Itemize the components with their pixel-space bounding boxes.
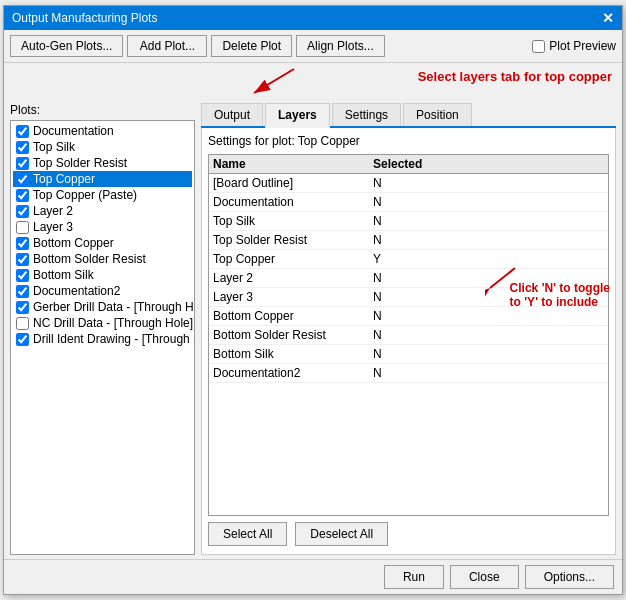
layers-table-row[interactable]: Layer 2N — [209, 269, 608, 288]
title-bar: Output Manufacturing Plots ✕ — [4, 6, 622, 30]
plots-list-item-label: Layer 2 — [33, 204, 73, 218]
plots-list-item[interactable]: Documentation2 — [13, 283, 192, 299]
plots-list-item-label: Documentation2 — [33, 284, 120, 298]
plots-list-item[interactable]: Bottom Silk — [13, 267, 192, 283]
plots-list-checkbox[interactable] — [16, 125, 29, 138]
annotation-arrow-svg — [244, 65, 304, 99]
plots-list-item[interactable]: Bottom Solder Resist — [13, 251, 192, 267]
toolbar: Auto-Gen Plots... Add Plot... Delete Plo… — [4, 30, 622, 63]
add-plot-button[interactable]: Add Plot... — [127, 35, 207, 57]
layer-name: Top Silk — [213, 214, 373, 228]
plots-list-item-label: Drill Ident Drawing - [Through Hole — [33, 332, 195, 346]
plots-list-item[interactable]: Layer 2 — [13, 203, 192, 219]
layers-rows-container: [Board Outline]NDocumentationNTop SilkNT… — [209, 174, 608, 383]
plots-list-item-label: NC Drill Data - [Through Hole] — [33, 316, 193, 330]
plots-list-checkbox[interactable] — [16, 141, 29, 154]
layer-selected[interactable]: N — [373, 233, 433, 247]
tab-content: Settings for plot: Top Copper Name Selec… — [201, 128, 616, 555]
layers-table-row[interactable]: DocumentationN — [209, 193, 608, 212]
plots-list-item[interactable]: Top Silk — [13, 139, 192, 155]
plots-list-item[interactable]: Top Copper — [13, 171, 192, 187]
plots-list-item-label: Top Solder Resist — [33, 156, 127, 170]
close-button[interactable]: ✕ — [602, 10, 614, 26]
layers-table-row[interactable]: [Board Outline]N — [209, 174, 608, 193]
layer-name: Top Solder Resist — [213, 233, 373, 247]
layer-selected[interactable]: N — [373, 214, 433, 228]
plots-list-item-label: Bottom Solder Resist — [33, 252, 146, 266]
layer-selected[interactable]: N — [373, 176, 433, 190]
tab-settings[interactable]: Settings — [332, 103, 401, 126]
layers-table-row[interactable]: Bottom Solder ResistN — [209, 326, 608, 345]
layers-table-row[interactable]: Bottom CopperN — [209, 307, 608, 326]
layer-selected[interactable]: N — [373, 195, 433, 209]
plots-list-checkbox[interactable] — [16, 173, 29, 186]
plots-list-item-label: Documentation — [33, 124, 114, 138]
tab-buttons: Select All Deselect All — [208, 516, 609, 548]
plots-list-checkbox[interactable] — [16, 157, 29, 170]
plots-label: Plots: — [10, 103, 195, 117]
options-button[interactable]: Options... — [525, 565, 614, 589]
close-button-bottom[interactable]: Close — [450, 565, 519, 589]
plots-list-item[interactable]: Gerber Drill Data - [Through Hole] — [13, 299, 192, 315]
layers-table-row[interactable]: Bottom SilkN — [209, 345, 608, 364]
layer-selected[interactable]: N — [373, 366, 433, 380]
layers-table-row[interactable]: Top SilkN — [209, 212, 608, 231]
layer-name: Top Copper — [213, 252, 373, 266]
tab-output[interactable]: Output — [201, 103, 263, 126]
layers-table-row[interactable]: Documentation2N — [209, 364, 608, 383]
main-area: Plots: DocumentationTop SilkTop Solder R… — [4, 99, 622, 559]
align-plots-button[interactable]: Align Plots... — [296, 35, 385, 57]
layers-table-row[interactable]: Top Solder ResistN — [209, 231, 608, 250]
plots-list-item[interactable]: Top Copper (Paste) — [13, 187, 192, 203]
plots-list-checkbox[interactable] — [16, 253, 29, 266]
layer-selected[interactable]: N — [373, 271, 433, 285]
layer-selected[interactable]: N — [373, 328, 433, 342]
layer-selected[interactable]: N — [373, 347, 433, 361]
plots-list-checkbox[interactable] — [16, 269, 29, 282]
right-panel: OutputLayersSettingsPosition Settings fo… — [201, 103, 616, 555]
layer-name: [Board Outline] — [213, 176, 373, 190]
main-window: Output Manufacturing Plots ✕ Auto-Gen Pl… — [3, 5, 623, 595]
layers-table-row[interactable]: Layer 3N — [209, 288, 608, 307]
deselect-all-button[interactable]: Deselect All — [295, 522, 388, 546]
tab-layers[interactable]: Layers — [265, 103, 330, 128]
layers-table-row[interactable]: Top CopperY — [209, 250, 608, 269]
plots-list-checkbox[interactable] — [16, 189, 29, 202]
plots-list-checkbox[interactable] — [16, 333, 29, 346]
plots-list-item[interactable]: Documentation — [13, 123, 192, 139]
delete-plot-button[interactable]: Delete Plot — [211, 35, 292, 57]
plots-list-item[interactable]: Layer 3 — [13, 219, 192, 235]
plots-list-checkbox[interactable] — [16, 237, 29, 250]
plots-list-checkbox[interactable] — [16, 285, 29, 298]
plot-preview-label: Plot Preview — [549, 39, 616, 53]
run-button[interactable]: Run — [384, 565, 444, 589]
layer-selected[interactable]: N — [373, 309, 433, 323]
plots-list-checkbox[interactable] — [16, 221, 29, 234]
plot-preview-checkbox[interactable] — [532, 40, 545, 53]
col-header-selected: Selected — [373, 157, 433, 171]
plots-list-item-label: Gerber Drill Data - [Through Hole] — [33, 300, 195, 314]
layer-name: Bottom Silk — [213, 347, 373, 361]
plots-list-item[interactable]: Drill Ident Drawing - [Through Hole — [13, 331, 192, 347]
svg-line-1 — [254, 69, 294, 93]
plots-list-checkbox[interactable] — [16, 301, 29, 314]
tab-position[interactable]: Position — [403, 103, 472, 126]
select-all-button[interactable]: Select All — [208, 522, 287, 546]
layers-table: Name Selected [Board Outline]NDocumentat… — [208, 154, 609, 516]
layer-name: Layer 2 — [213, 271, 373, 285]
annotation-top-text: Select layers tab for top copper — [418, 69, 612, 84]
layer-name: Documentation — [213, 195, 373, 209]
plots-list-checkbox[interactable] — [16, 317, 29, 330]
layer-selected[interactable]: Y — [373, 252, 433, 266]
bottom-bar: Run Close Options... — [4, 559, 622, 594]
plots-list-item[interactable]: Bottom Copper — [13, 235, 192, 251]
plots-list-checkbox[interactable] — [16, 205, 29, 218]
layer-selected[interactable]: N — [373, 290, 433, 304]
plots-list-item-label: Bottom Copper — [33, 236, 114, 250]
tab-bar: OutputLayersSettingsPosition — [201, 103, 616, 128]
left-panel: Plots: DocumentationTop SilkTop Solder R… — [10, 103, 195, 555]
plots-list-item-label: Bottom Silk — [33, 268, 94, 282]
auto-gen-plots-button[interactable]: Auto-Gen Plots... — [10, 35, 123, 57]
plots-list-item[interactable]: NC Drill Data - [Through Hole] — [13, 315, 192, 331]
plots-list-item[interactable]: Top Solder Resist — [13, 155, 192, 171]
